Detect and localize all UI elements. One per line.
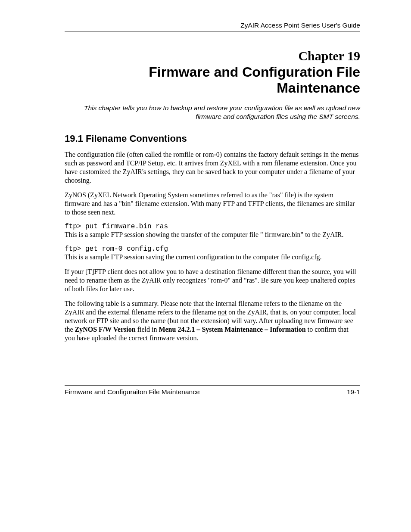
header-guide-title: ZyAIR Access Point Series User's Guide (65, 22, 360, 31)
body-paragraph: This is a sample FTP session saving the … (65, 253, 360, 261)
page: ZyAIR Access Point Series User's Guide C… (0, 0, 411, 532)
footer-rule (65, 385, 360, 386)
section-heading: 19.1 Filename Conventions (65, 133, 360, 144)
chapter-subtitle: This chapter tells you how to backup and… (65, 104, 360, 121)
underline-not: not (218, 308, 227, 316)
chapter-number: Chapter 19 (65, 49, 360, 63)
page-footer: Firmware and Configuraiton File Maintena… (65, 385, 360, 396)
body-paragraph: ZyNOS (ZyXEL Network Operating System so… (65, 191, 360, 217)
footer-left: Firmware and Configuraiton File Maintena… (65, 388, 200, 396)
body-paragraph: The following table is a summary. Please… (65, 299, 360, 342)
bold-field-name: ZyNOS F/W Version (75, 326, 136, 333)
footer-right: 19-1 (347, 388, 360, 396)
header-rule (65, 31, 360, 31)
body-paragraph: The configuration file (often called the… (65, 150, 360, 185)
chapter-title: Firmware and Configuration File Maintena… (65, 64, 360, 96)
text-run: field in (136, 326, 159, 333)
body-paragraph: This is a sample FTP session showing the… (65, 230, 360, 239)
bold-menu-path: Menu 24.2.1 – System Maintenance – Infor… (159, 326, 305, 333)
code-line: ftp> put firmware.bin ras (65, 223, 360, 230)
code-line: ftp> get rom-0 config.cfg (65, 245, 360, 253)
body-paragraph: If your [T]FTP client does not allow you… (65, 268, 360, 293)
